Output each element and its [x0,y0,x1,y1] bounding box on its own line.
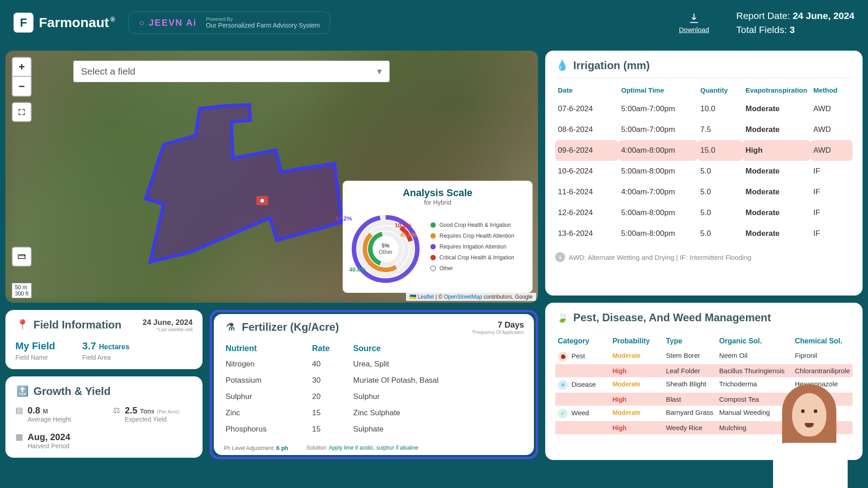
leaflet-link[interactable]: Leaflet [418,294,434,300]
legend-item: Good Crop Health & Irrigation [430,222,528,228]
download-label: Download [679,26,709,33]
field-select-placeholder: Select a field [81,66,135,77]
download-button[interactable]: Download [679,12,709,33]
table-row: 10-6-20245:00am-8:00pm5.0ModerateIF [555,161,853,182]
svg-marker-0 [146,105,342,262]
field-name-value: My Field [15,340,55,352]
zoom-out-button[interactable]: − [12,77,32,97]
fertilizer-table: Nutrient Rate Source Nitrogen40Urea, Spl… [224,341,524,437]
irrigation-card: 💧Irrigation (mm) Date Optimal Time Quant… [545,51,863,296]
table-row: 12-6-20245:00am-8:00pm5.0ModerateIF [555,202,853,223]
scale-subtitle: for Hybrid [424,199,452,206]
jeevn-box: ○ JEEVN Ai Powered By Our Personalized F… [128,11,330,34]
table-row: Zinc15Zinc Sulphate [224,405,524,421]
table-row: ✓WeedModerateBarnyard GrassManual Weedin… [555,406,853,421]
table-row: Sulphur20Sulphur [224,389,524,405]
jeevn-meta: Powered By Our Personalized Farm Advisor… [206,16,320,29]
brand-mark: F [14,13,33,33]
scale-legend: Good Crop Health & IrrigationRequires Cr… [430,222,528,276]
fertilizer-card: ⚗Fertilizer (Kg/Acre) 7 Days*Frequency O… [214,314,534,455]
jeevn-logo: ○ JEEVN Ai [139,18,197,28]
osm-link[interactable]: OpenStreetMap [444,294,482,300]
field-select[interactable]: Select a field ▾ [73,61,390,82]
fullscreen-button[interactable] [12,102,32,122]
svg-point-2 [260,199,264,202]
analysis-scale-card: Analysis Scale for Hybrid [343,181,533,293]
calendar-icon: ▦ [15,432,23,450]
growth-icon: 🔝 [15,385,29,398]
growth-title: Growth & Yield [33,385,111,398]
table-row: Phosphorus15Sulphate [224,421,524,437]
measure-button[interactable] [12,247,32,267]
header: F Farmonaut® ○ JEEVN Ai Powered By Our P… [0,0,868,45]
field-area-value: 3.7 Hectares [82,340,129,352]
legend-item: Requires Irrigation Attention [430,244,528,250]
growth-card: 🔝Growth & Yield ▤0.8 MAverage Height ⚖2.… [5,376,203,458]
zoom-in-button[interactable]: + [12,57,32,77]
field-boundary[interactable] [137,100,344,277]
irrigation-footnote: i AWD: Alternate Wetting and Drying | IF… [555,252,853,262]
irrigation-table: Date Optimal Time Quantity Evapotranspir… [555,82,853,244]
map-attribution: 🇺🇦 Leaflet | © OpenStreetMap contributor… [406,293,536,301]
table-row: 07-6-20245:00am-7:00pm10.0ModerateAWD [555,99,853,119]
legend-item: Critical Crop Health & Irrigation [430,254,528,261]
table-row: HighBlastCompost Tea [555,393,853,406]
map-controls: + − [12,57,32,122]
pest-title: Pest, Disease, And Weed Management [573,311,771,324]
table-row: ❄DiseaseModerateSheath BlightTrichoderma… [555,377,853,393]
field-info-card: 📍Field Information 24 June, 2024*Last sa… [5,310,203,369]
table-row: 09-6-20244:00am-8:00pm15.0HighAWD [555,140,853,161]
location-icon: 📍 [15,318,29,332]
legend-item: Requires Crop Health Attention [430,233,528,239]
table-row: Nitrogen40Urea, Split [224,356,524,372]
scale-title: Analysis Scale [403,187,472,199]
fertilizer-card-highlight: ⚗Fertilizer (Kg/Acre) 7 Days*Frequency O… [210,310,538,459]
map-scale-bar: 50 m300 ft [12,283,32,298]
irrigation-title: Irrigation (mm) [573,59,650,72]
table-row: 11-6-20244:00am-7:00pm5.0ModerateIF [555,182,853,202]
brand-logo: F Farmonaut® [14,13,115,33]
table-row: HighWeedy RiceMulching [555,421,853,434]
table-row: Potassium30Muriate Of Potash, Basal [224,372,524,389]
leaf-icon: 🍃 [555,311,569,324]
table-row: 13-6-20245:00am-8:00pm5.0ModerateIF [555,223,853,244]
weight-icon: ⚖ [113,405,120,423]
field-info-title: Field Information [33,319,122,331]
fertilizer-title: Fertilizer (Kg/Acre) [242,321,339,333]
donut-chart: 5%Other 97.2% 10.5% 45.8% 40.8% [347,211,424,287]
download-icon [687,12,701,24]
table-row: 08-6-20245:00am-7:00pm7.5ModerateAWD [555,119,853,140]
legend-item: Other [430,265,528,272]
report-meta: Report Date: 24 June, 2024 Total Fields:… [736,9,855,37]
table-row: HighLeaf FolderBacillus ThuringiensisChl… [555,364,853,377]
table-row: 🐞PestModerateStem BorerNeem OilFipronil [555,349,853,364]
flask-icon: ⚗ [224,320,237,334]
chevron-down-icon: ▾ [377,66,382,77]
brand-name: Farmonaut® [39,15,115,30]
map[interactable]: + − Select a field ▾ Analysis Scale for … [5,51,538,303]
pest-card: 🍃Pest, Disease, And Weed Management Cate… [545,303,863,460]
droplet-icon: 💧 [555,59,569,72]
info-icon: i [555,252,565,262]
ruler-icon: ▤ [15,405,23,423]
pest-table: Category Probability Type Organic Sol. C… [555,333,853,434]
